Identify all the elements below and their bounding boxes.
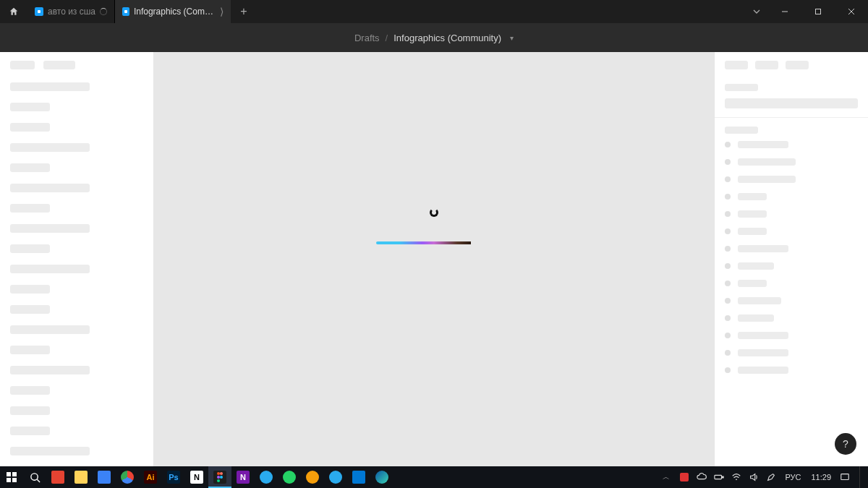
skeleton bbox=[10, 406, 50, 415]
skeleton bbox=[10, 346, 50, 354]
clock[interactable]: 11:29 bbox=[809, 473, 833, 481]
tray-app-icon[interactable] bbox=[678, 471, 690, 483]
breadcrumb-root[interactable]: Drafts bbox=[354, 33, 380, 43]
skeleton bbox=[738, 228, 767, 235]
account-dropdown[interactable] bbox=[745, 0, 768, 23]
tab-title: Infographics (Community) bbox=[134, 7, 216, 17]
svg-rect-6 bbox=[7, 478, 11, 482]
help-button[interactable]: ? bbox=[835, 433, 856, 455]
skeleton bbox=[10, 143, 90, 152]
taskbar-app-chrome[interactable] bbox=[116, 466, 139, 488]
taskbar-app-notion[interactable]: N bbox=[185, 466, 208, 488]
skeleton bbox=[10, 123, 50, 132]
home-button[interactable] bbox=[0, 0, 27, 23]
search-button[interactable] bbox=[23, 466, 46, 488]
skeleton bbox=[10, 82, 90, 91]
skeleton bbox=[738, 245, 788, 252]
left-panel bbox=[0, 52, 154, 466]
start-button[interactable] bbox=[0, 466, 23, 488]
tab-inactive[interactable]: авто из сша bbox=[27, 0, 114, 23]
taskbar-app-check[interactable] bbox=[93, 466, 116, 488]
svg-rect-5 bbox=[12, 472, 17, 476]
taskbar-app-figma[interactable] bbox=[208, 466, 231, 488]
taskbar-app-photoshop[interactable]: Ps bbox=[162, 466, 185, 488]
app-titlebar: авто из сша Infographics (Community) ⟩ + bbox=[0, 0, 868, 23]
canvas[interactable] bbox=[154, 52, 714, 466]
notifications-icon[interactable] bbox=[839, 471, 851, 483]
spinner-icon bbox=[430, 208, 438, 217]
tab-active[interactable]: Infographics (Community) ⟩ bbox=[115, 0, 231, 23]
skeleton bbox=[738, 314, 774, 322]
svg-point-10 bbox=[217, 472, 220, 475]
skeleton bbox=[10, 244, 50, 253]
tab-close-icon[interactable]: ⟩ bbox=[220, 7, 224, 17]
new-tab-button[interactable]: + bbox=[231, 0, 257, 23]
taskbar-app-telegram[interactable] bbox=[255, 466, 278, 488]
skeleton bbox=[755, 61, 778, 69]
window-controls bbox=[768, 0, 868, 23]
svg-rect-1 bbox=[816, 9, 821, 14]
tray-volume-icon[interactable] bbox=[748, 471, 760, 483]
taskbar-app-explorer[interactable] bbox=[69, 466, 93, 488]
progress-bar bbox=[376, 241, 492, 244]
skeleton bbox=[10, 386, 50, 395]
skeleton bbox=[10, 224, 90, 233]
taskbar-app-telegram2[interactable] bbox=[324, 466, 347, 488]
svg-rect-16 bbox=[723, 476, 724, 478]
skeleton bbox=[725, 84, 758, 91]
skeleton bbox=[725, 142, 731, 147]
svg-point-8 bbox=[30, 473, 37, 479]
taskbar-app-store[interactable] bbox=[347, 466, 370, 488]
taskbar-app-illustrator[interactable]: Ai bbox=[139, 466, 162, 488]
language-indicator[interactable]: РУС bbox=[783, 473, 803, 481]
tray-pen-icon[interactable] bbox=[765, 471, 777, 483]
skeleton bbox=[738, 332, 788, 339]
skeleton bbox=[10, 305, 50, 314]
svg-point-12 bbox=[217, 476, 220, 479]
app-body: ? bbox=[0, 52, 868, 466]
show-desktop-button[interactable] bbox=[859, 466, 864, 488]
system-tray: ︿ РУС 11:29 bbox=[660, 466, 868, 488]
tray-overflow-icon[interactable]: ︿ bbox=[660, 472, 673, 482]
taskbar-app-onenote[interactable]: N bbox=[231, 466, 255, 488]
close-button[interactable] bbox=[835, 0, 868, 23]
skeleton bbox=[738, 349, 788, 356]
skeleton bbox=[10, 366, 90, 374]
skeleton bbox=[10, 427, 50, 435]
skeleton bbox=[725, 298, 731, 304]
skeleton bbox=[738, 158, 796, 166]
skeleton bbox=[786, 61, 809, 69]
minimize-button[interactable] bbox=[768, 0, 801, 23]
tray-cloud-icon[interactable] bbox=[696, 471, 707, 483]
tab-title: авто из сша bbox=[48, 7, 95, 17]
maximize-button[interactable] bbox=[801, 0, 835, 23]
skeleton bbox=[10, 61, 35, 69]
skeleton bbox=[725, 61, 748, 69]
skeleton bbox=[10, 265, 90, 273]
skeleton bbox=[725, 281, 731, 286]
skeleton bbox=[725, 350, 731, 356]
skeleton bbox=[725, 333, 731, 338]
chevron-down-icon[interactable]: ▾ bbox=[510, 34, 514, 42]
skeleton bbox=[10, 163, 50, 172]
taskbar-app-todoist[interactable] bbox=[46, 466, 69, 488]
taskbar-app-whatsapp[interactable] bbox=[278, 466, 301, 488]
skeleton bbox=[738, 367, 788, 374]
skeleton bbox=[725, 127, 758, 134]
svg-rect-15 bbox=[715, 475, 722, 479]
tray-wifi-icon[interactable] bbox=[731, 471, 742, 483]
tab-favicon-icon bbox=[35, 7, 43, 16]
tray-battery-icon[interactable] bbox=[713, 471, 725, 483]
svg-rect-7 bbox=[12, 478, 17, 482]
skeleton bbox=[738, 280, 767, 287]
svg-point-14 bbox=[217, 479, 220, 482]
skeleton bbox=[10, 447, 90, 455]
tab-favicon-icon bbox=[122, 7, 129, 16]
breadcrumb-file[interactable]: Infographics (Community) bbox=[393, 33, 501, 43]
taskbar-app-edge[interactable] bbox=[370, 466, 393, 488]
skeleton bbox=[43, 61, 75, 69]
skeleton bbox=[725, 98, 858, 108]
skeleton bbox=[725, 176, 731, 182]
taskbar-app-flame[interactable] bbox=[301, 466, 324, 488]
skeleton bbox=[10, 204, 50, 213]
